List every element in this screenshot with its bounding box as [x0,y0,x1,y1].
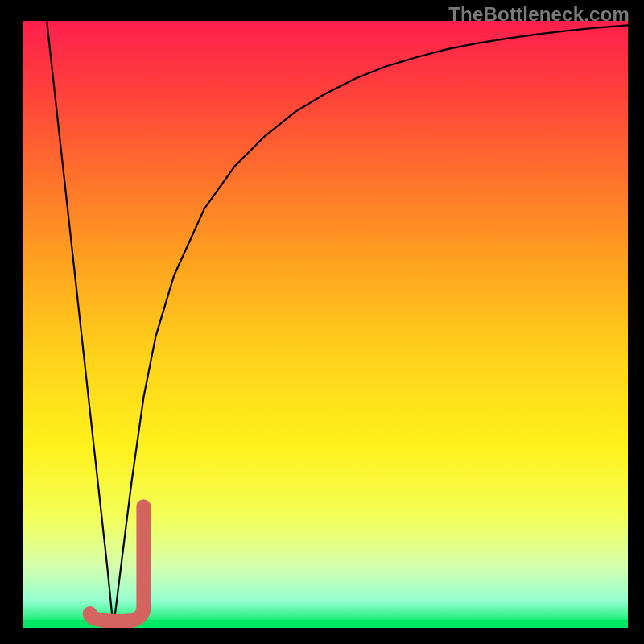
gradient-background [23,21,628,628]
chart-frame: TheBottleneck.com [0,0,644,644]
watermark-text: TheBottleneck.com [448,3,630,26]
bottleneck-chart [23,21,628,628]
